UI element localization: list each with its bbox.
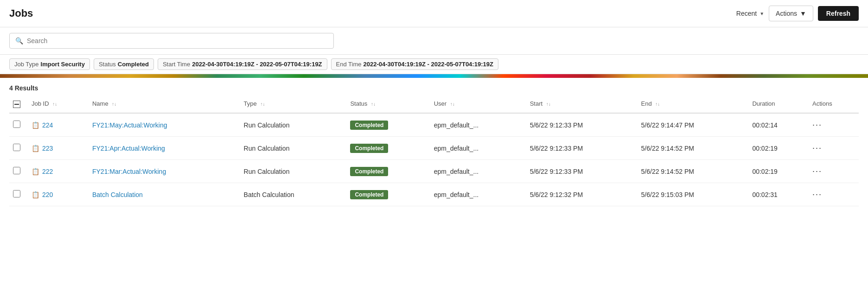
- col-header-user[interactable]: User ↑↓: [430, 95, 526, 113]
- job-icon: 📋: [32, 191, 39, 198]
- job-name-link[interactable]: FY21:Apr:Actual:Working: [92, 145, 165, 152]
- results-count: 4 Results: [0, 78, 868, 95]
- jobs-table: Job ID ↑↓ Name ↑↓ Type ↑↓ Status ↑↓ User: [9, 95, 859, 206]
- row-start-cell: 5/6/22 9:12:32 PM: [526, 183, 638, 206]
- row-name-cell: FY21:May:Actual:Working: [89, 113, 240, 137]
- search-input[interactable]: [27, 37, 328, 44]
- row-end-cell: 5/6/22 9:14:52 PM: [638, 137, 749, 160]
- sort-icon-end[interactable]: ↑↓: [655, 102, 660, 107]
- sort-icon-type[interactable]: ↑↓: [260, 102, 265, 107]
- recent-dropdown[interactable]: Recent ▼: [736, 10, 764, 17]
- job-duration: 00:02:14: [752, 121, 778, 129]
- job-name-link[interactable]: FY21:Mar:Actual:Working: [92, 168, 166, 175]
- row-actions-cell[interactable]: ···: [809, 160, 859, 183]
- row-start-cell: 5/6/22 9:12:33 PM: [526, 113, 638, 137]
- page-header: Jobs Recent ▼ Actions ▼ Refresh: [0, 0, 868, 27]
- row-checkbox-cell: [9, 137, 28, 160]
- row-type-cell: Run Calculation: [240, 160, 347, 183]
- col-header-name[interactable]: Name ↑↓: [89, 95, 240, 113]
- row-checkbox[interactable]: [13, 144, 20, 151]
- row-checkbox[interactable]: [13, 190, 20, 197]
- refresh-button[interactable]: Refresh: [818, 6, 859, 21]
- filter-job-type-value: Import Security: [41, 61, 85, 68]
- row-actions-cell[interactable]: ···: [809, 113, 859, 137]
- minus-icon: [14, 104, 19, 105]
- job-name-link[interactable]: Batch Calculation: [92, 191, 143, 198]
- job-id-link[interactable]: 224: [42, 121, 53, 129]
- job-icon: 📋: [32, 121, 39, 129]
- job-type: Run Calculation: [244, 145, 290, 152]
- job-end: 5/6/22 9:14:52 PM: [641, 168, 694, 175]
- sort-icon-start[interactable]: ↑↓: [546, 102, 551, 107]
- job-id-link[interactable]: 220: [42, 191, 53, 198]
- actions-label: Actions: [776, 10, 797, 17]
- row-type-cell: Batch Calculation: [240, 183, 347, 206]
- col-label-start: Start: [530, 100, 542, 107]
- row-name-cell: FY21:Apr:Actual:Working: [89, 137, 240, 160]
- filters-bar: Job Type Import Security Status Complete…: [0, 55, 868, 74]
- row-duration-cell: 00:02:31: [748, 183, 809, 206]
- filter-end-time[interactable]: End Time 2022-04-30T04:19:19Z - 2022-05-…: [331, 58, 498, 70]
- search-container: 🔍: [0, 27, 868, 55]
- chevron-down-icon: ▼: [760, 11, 764, 16]
- job-name-link[interactable]: FY21:May:Actual:Working: [92, 121, 167, 129]
- filter-start-time[interactable]: Start Time 2022-04-30T04:19:19Z - 2022-0…: [158, 58, 327, 70]
- jobs-table-wrapper: Job ID ↑↓ Name ↑↓ Type ↑↓ Status ↑↓ User: [0, 95, 868, 206]
- col-header-start[interactable]: Start ↑↓: [526, 95, 638, 113]
- job-id-link[interactable]: 223: [42, 145, 53, 152]
- row-actions-menu[interactable]: ···: [812, 166, 822, 176]
- filter-job-type[interactable]: Job Type Import Security: [9, 58, 90, 70]
- row-actions-cell[interactable]: ···: [809, 183, 859, 206]
- select-all-header[interactable]: [9, 95, 28, 113]
- job-end: 5/6/22 9:14:47 PM: [641, 121, 694, 129]
- row-checkbox[interactable]: [13, 121, 20, 128]
- job-end: 5/6/22 9:14:52 PM: [641, 145, 694, 152]
- job-icon: 📋: [32, 145, 39, 152]
- job-id-link[interactable]: 222: [42, 168, 53, 175]
- row-end-cell: 5/6/22 9:14:52 PM: [638, 160, 749, 183]
- filter-status-value: Completed: [118, 61, 149, 68]
- col-header-end[interactable]: End ↑↓: [638, 95, 749, 113]
- table-row: 📋 222 FY21:Mar:Actual:Working Run Calcul…: [9, 160, 859, 183]
- row-job-id-cell: 📋 220: [28, 183, 89, 206]
- sort-icon-status[interactable]: ↑↓: [371, 102, 376, 107]
- row-start-cell: 5/6/22 9:12:33 PM: [526, 160, 638, 183]
- col-header-duration: Duration: [748, 95, 809, 113]
- actions-button[interactable]: Actions ▼: [769, 6, 813, 21]
- filter-status-label: Status: [99, 61, 116, 68]
- row-checkbox-cell: [9, 160, 28, 183]
- page-title: Jobs: [9, 7, 33, 19]
- row-duration-cell: 00:02:19: [748, 137, 809, 160]
- row-checkbox[interactable]: [13, 167, 20, 174]
- row-actions-menu[interactable]: ···: [812, 190, 822, 199]
- filter-start-time-value: 2022-04-30T04:19:19Z - 2022-05-07T04:19:…: [192, 61, 322, 68]
- row-duration-cell: 00:02:19: [748, 160, 809, 183]
- deselect-all-checkbox[interactable]: [13, 101, 20, 108]
- row-actions-menu[interactable]: ···: [812, 120, 822, 129]
- sort-icon-name[interactable]: ↑↓: [112, 102, 116, 107]
- job-type: Batch Calculation: [244, 191, 294, 198]
- chevron-down-icon: ▼: [800, 10, 806, 17]
- row-duration-cell: 00:02:14: [748, 113, 809, 137]
- job-duration: 00:02:19: [752, 168, 778, 175]
- row-actions-cell[interactable]: ···: [809, 137, 859, 160]
- row-end-cell: 5/6/22 9:15:03 PM: [638, 183, 749, 206]
- table-row: 📋 223 FY21:Apr:Actual:Working Run Calcul…: [9, 137, 859, 160]
- row-actions-menu[interactable]: ···: [812, 143, 822, 153]
- sort-icon-user[interactable]: ↑↓: [450, 102, 455, 107]
- job-start: 5/6/22 9:12:33 PM: [530, 168, 583, 175]
- filter-job-type-label: Job Type: [14, 61, 39, 68]
- status-badge: Completed: [350, 144, 388, 153]
- col-header-status[interactable]: Status ↑↓: [346, 95, 430, 113]
- status-badge: Completed: [350, 190, 388, 199]
- col-header-job-id[interactable]: Job ID ↑↓: [28, 95, 89, 113]
- header-actions: Recent ▼ Actions ▼ Refresh: [736, 6, 859, 21]
- col-header-type[interactable]: Type ↑↓: [240, 95, 347, 113]
- search-bar: 🔍: [9, 33, 334, 49]
- job-start: 5/6/22 9:12:33 PM: [530, 145, 583, 152]
- job-user: epm_default_...: [434, 191, 479, 198]
- filter-status[interactable]: Status Completed: [94, 58, 154, 70]
- row-user-cell: epm_default_...: [430, 137, 526, 160]
- sort-icon-job-id[interactable]: ↑↓: [52, 102, 57, 107]
- row-type-cell: Run Calculation: [240, 113, 347, 137]
